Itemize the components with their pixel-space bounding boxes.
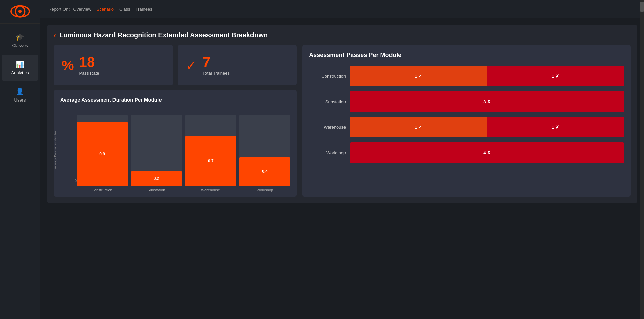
fail-bar-warehouse-value: 1 ✗ <box>552 125 559 130</box>
pass-bar-construction: 1 ✓ <box>350 66 487 86</box>
pass-rate-label: Pass Rate <box>79 71 99 76</box>
module-bars-warehouse: 1 ✓ 1 ✗ <box>350 117 624 137</box>
sidebar-item-classes[interactable]: 🎓 Classes <box>2 28 38 53</box>
assessment-passes-card: Assessment Passes Per Module Constructio… <box>302 45 631 197</box>
main-card: ‹ Luminous Hazard Recognition Extended A… <box>47 25 637 203</box>
x-label-substation: Substation <box>131 188 182 192</box>
bar-substation-value: 0.2 <box>154 176 159 181</box>
page-title: Luminous Hazard Recognition Extended Ass… <box>59 31 268 39</box>
module-row-workshop: Workshop 4 ✗ <box>309 142 624 163</box>
total-trainees-card: ✓ 7 Total Trainees <box>178 45 297 85</box>
content-area: ‹ Luminous Hazard Recognition Extended A… <box>40 18 644 319</box>
fail-bar-construction-value: 1 ✗ <box>552 74 559 79</box>
fail-bar-workshop-value: 4 ✗ <box>483 150 491 155</box>
logo-container <box>0 0 40 24</box>
app-logo <box>10 4 30 19</box>
module-label-workshop: Workshop <box>309 150 346 155</box>
report-on-label: Report On: <box>48 7 70 12</box>
sidebar-nav: 🎓 Classes 📊 Analytics 👤 Users <box>0 27 40 109</box>
fail-bar-workshop: 4 ✗ <box>350 142 624 163</box>
module-label-warehouse: Warehouse <box>309 125 346 130</box>
bar-warehouse-value: 0.7 <box>208 159 214 163</box>
main-content: Report On: Overview Scenario Class Train… <box>40 0 644 319</box>
module-label-construction: Construction <box>309 74 346 79</box>
pass-bar-construction-value: 1 ✓ <box>415 74 422 79</box>
sidebar-item-label-users: Users <box>14 97 26 103</box>
sidebar: 🎓 Classes 📊 Analytics 👤 Users <box>0 0 40 319</box>
assessment-passes-title: Assessment Passes Per Module <box>309 52 624 59</box>
topnav-link-class[interactable]: Class <box>119 7 130 12</box>
bar-workshop-value: 0.4 <box>262 169 268 174</box>
trainees-info: 7 Total Trainees <box>202 55 230 76</box>
left-column: % 18 Pass Rate ✓ 7 Total Trainees <box>54 45 297 197</box>
page-title-row: ‹ Luminous Hazard Recognition Extended A… <box>54 31 631 39</box>
duration-chart-title: Average Assessment Duration Per Module <box>60 97 290 103</box>
trainees-label: Total Trainees <box>202 71 230 76</box>
trainees-icon: ✓ <box>186 57 197 73</box>
scrollbar[interactable] <box>640 0 644 319</box>
pass-rate-value: 18 <box>79 55 99 69</box>
svg-point-2 <box>18 10 22 13</box>
module-row-substation: Substation 3 ✗ <box>309 91 624 112</box>
bar-substation: 0.2 <box>131 115 182 186</box>
bar-construction: 0.9 <box>77 115 128 186</box>
trainees-value: 7 <box>202 55 230 69</box>
sidebar-item-users[interactable]: 👤 Users <box>2 82 38 108</box>
pass-rate-card: % 18 Pass Rate <box>54 45 173 85</box>
bar-warehouse: 0.7 <box>185 115 236 186</box>
scrollbar-thumb[interactable] <box>640 2 644 12</box>
topnav-links: Overview Scenario Class Trainees <box>73 7 152 12</box>
top-nav-bar: Report On: Overview Scenario Class Train… <box>40 0 644 18</box>
classes-icon: 🎓 <box>16 33 24 41</box>
topnav-link-overview[interactable]: Overview <box>73 7 91 12</box>
y-axis-label: Average Duration in Minutes <box>54 131 57 169</box>
stats-row: % 18 Pass Rate ✓ 7 Total Trainees <box>54 45 297 85</box>
module-label-substation: Substation <box>309 99 346 104</box>
dashboard-grid: % 18 Pass Rate ✓ 7 Total Trainees <box>54 45 631 197</box>
sidebar-item-label-classes: Classes <box>12 43 28 48</box>
topnav-link-trainees[interactable]: Trainees <box>136 7 152 12</box>
module-row-construction: Construction 1 ✓ 1 ✗ <box>309 66 624 86</box>
fail-bar-warehouse: 1 ✗ <box>487 117 624 137</box>
pass-rate-info: 18 Pass Rate <box>79 55 99 76</box>
x-label-construction: Construction <box>77 188 128 192</box>
fail-bar-substation: 3 ✗ <box>350 91 624 112</box>
x-label-warehouse: Warehouse <box>185 188 236 192</box>
sidebar-item-analytics[interactable]: 📊 Analytics <box>2 55 38 81</box>
fail-bar-construction: 1 ✗ <box>487 66 624 86</box>
sidebar-item-label-analytics: Analytics <box>11 70 29 75</box>
pass-bar-warehouse: 1 ✓ <box>350 117 487 137</box>
bar-construction-value: 0.9 <box>99 152 105 156</box>
x-label-workshop: Workshop <box>239 188 290 192</box>
users-icon: 👤 <box>16 87 24 95</box>
analytics-icon: 📊 <box>16 60 24 68</box>
module-row-warehouse: Warehouse 1 ✓ 1 ✗ <box>309 117 624 137</box>
module-bars-substation: 3 ✗ <box>350 91 624 112</box>
back-chevron-icon[interactable]: ‹ <box>54 31 56 39</box>
module-bars-construction: 1 ✓ 1 ✗ <box>350 66 624 86</box>
bar-workshop: 0.4 <box>239 115 290 186</box>
topnav-link-scenario[interactable]: Scenario <box>97 7 114 12</box>
pass-bar-warehouse-value: 1 ✓ <box>415 125 422 130</box>
pass-rate-icon: % <box>62 58 74 73</box>
duration-chart-card: Average Assessment Duration Per Module A… <box>54 90 297 197</box>
module-bars-workshop: 4 ✗ <box>350 142 624 163</box>
fail-bar-substation-value: 3 ✗ <box>483 99 491 104</box>
